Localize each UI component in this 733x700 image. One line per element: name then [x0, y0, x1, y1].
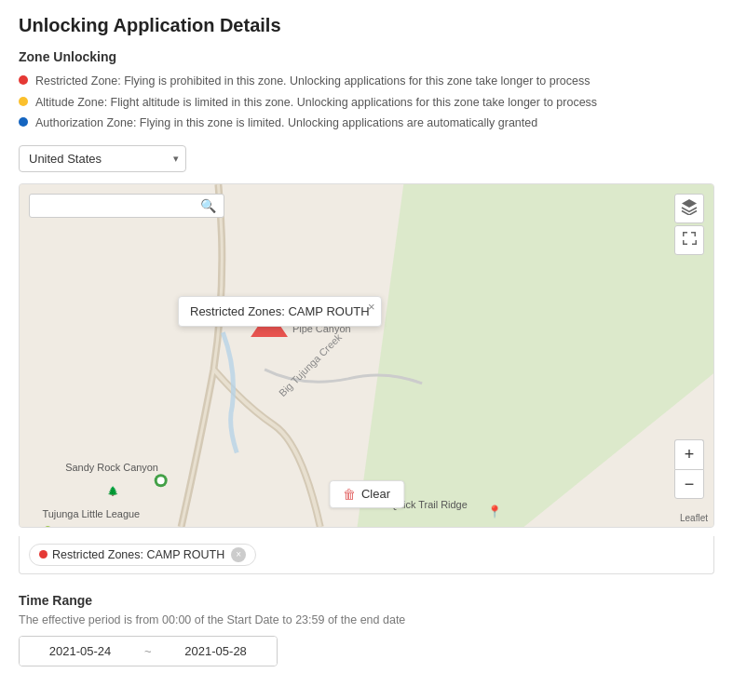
tooltip-text: Restricted Zones: CAMP ROUTH [190, 304, 370, 318]
svg-point-14 [157, 477, 165, 484]
map-tooltip: Restricted Zones: CAMP ROUTH × [178, 296, 382, 327]
map-controls [674, 194, 704, 255]
leaflet-attribution: Leaflet [680, 513, 708, 523]
time-range-title: Time Range [19, 593, 714, 608]
tooltip-close-button[interactable]: × [368, 301, 375, 313]
zone-tag-dot [39, 550, 48, 559]
selected-zones-container: Restricted Zones: CAMP ROUTH × [19, 536, 714, 574]
layers-button[interactable] [674, 194, 704, 223]
country-select[interactable]: United States Canada United Kingdom Aust… [19, 145, 186, 172]
zoom-out-button[interactable]: − [674, 469, 704, 499]
trash-icon: 🗑 [343, 487, 356, 502]
zone-tag-label: Restricted Zones: CAMP ROUTH [52, 548, 224, 561]
time-range-section: Time Range The effective period is from … [19, 593, 714, 666]
legend-dot-blue [19, 117, 28, 127]
expand-icon [682, 231, 697, 249]
legend-item-altitude: Altitude Zone: Flight altitude is limite… [19, 95, 714, 112]
legend-dot-red [19, 75, 28, 85]
legend-text-restricted: Restricted Zone: Flying is prohibited in… [35, 74, 590, 90]
svg-text:Sandy Rock Canyon: Sandy Rock Canyon [65, 462, 158, 473]
map-container[interactable]: Big Tujunga Creek Pipe Canyon Sandy Rock… [19, 183, 714, 528]
date-range-row: ~ [19, 636, 278, 666]
map-background: Big Tujunga Creek Pipe Canyon Sandy Rock… [20, 184, 713, 527]
clear-button[interactable]: 🗑 Clear [329, 480, 404, 508]
fullscreen-button[interactable] [674, 225, 704, 255]
legend-text-altitude: Altitude Zone: Flight altitude is limite… [35, 95, 597, 112]
clear-label: Clear [361, 487, 390, 501]
zone-tag-remove-button[interactable]: × [231, 547, 246, 562]
svg-text:📍: 📍 [487, 505, 503, 519]
search-input[interactable] [37, 198, 200, 212]
zone-unlocking-section: Zone Unlocking Restricted Zone: Flying i… [19, 49, 714, 132]
svg-text:🌳: 🌳 [42, 524, 54, 526]
zone-unlocking-title: Zone Unlocking [19, 49, 714, 64]
svg-text:🌲: 🌲 [107, 485, 119, 497]
search-icon: 🔍 [200, 198, 216, 213]
legend-item-authorization: Authorization Zone: Flying in this zone … [19, 115, 714, 132]
page-title: Unlocking Application Details [19, 15, 714, 36]
map-zoom-controls: + − [674, 439, 704, 499]
map-search-bar[interactable]: 🔍 [29, 194, 224, 218]
page-container: Unlocking Application Details Zone Unloc… [0, 0, 733, 681]
time-range-note: The effective period is from 00:00 of th… [19, 613, 714, 626]
end-date-input[interactable] [156, 637, 277, 666]
zoom-in-button[interactable]: + [674, 439, 704, 469]
country-select-wrapper[interactable]: United States Canada United Kingdom Aust… [19, 145, 186, 172]
start-date-input[interactable] [20, 637, 141, 666]
legend-dot-yellow [19, 97, 28, 106]
legend-text-authorization: Authorization Zone: Flying in this zone … [35, 115, 537, 132]
legend-list: Restricted Zone: Flying is prohibited in… [19, 74, 714, 132]
layers-icon [681, 198, 698, 219]
date-separator: ~ [141, 637, 156, 666]
svg-text:Tujunga Little League: Tujunga Little League [42, 508, 140, 519]
zone-tag: Restricted Zones: CAMP ROUTH × [29, 544, 256, 566]
legend-item-restricted: Restricted Zone: Flying is prohibited in… [19, 74, 714, 90]
